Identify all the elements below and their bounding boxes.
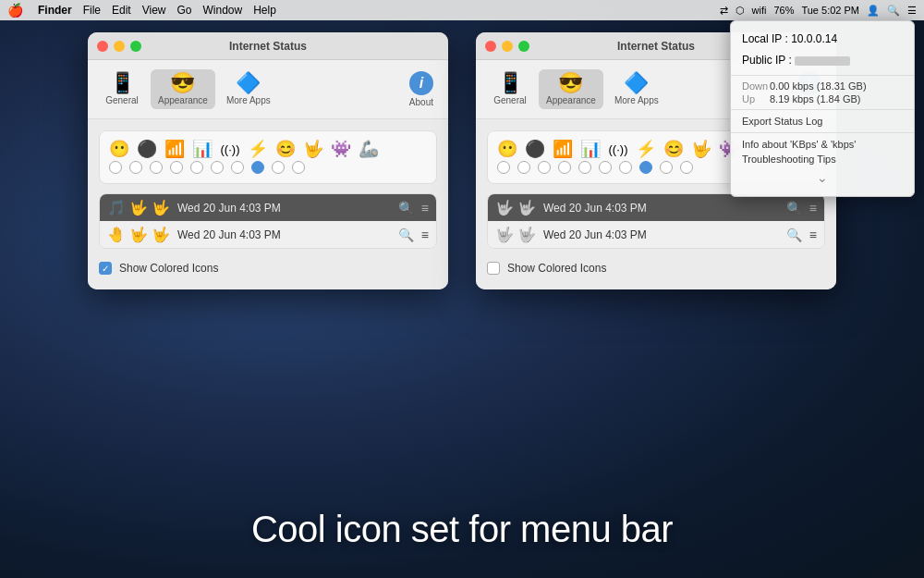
down-value: 0.00 kbps (18.31 GB) <box>770 80 867 92</box>
wifi-icon[interactable]: wifi <box>752 5 767 16</box>
radio-1-3[interactable] <box>170 161 183 174</box>
general-icon-2: 📱 <box>498 73 523 93</box>
radio-2-8[interactable] <box>660 161 673 174</box>
radio-2-3[interactable] <box>558 161 571 174</box>
sample-light-row-1: 🤚 🤟 🤟 Wed 20 Jun 4:03 PM 🔍 ≡ <box>100 221 436 248</box>
tab-appearance-1[interactable]: 😎 Appearance <box>151 69 215 109</box>
info-link[interactable]: Info about 'KBps' & 'kbps' <box>731 137 914 152</box>
minimize-button-2[interactable] <box>502 41 513 52</box>
appearance-icon-1: 😎 <box>170 73 195 93</box>
sample-icon-light-2: 🤟 <box>129 226 148 243</box>
sample-light-icons-2: 🤟 🤟 <box>495 226 536 243</box>
sample-dark-icons-2: 🤟 🤟 <box>495 199 536 216</box>
window-2-title: Internet Status <box>617 40 695 53</box>
list-action-light-1[interactable]: ≡ <box>421 228 429 242</box>
network-icon[interactable]: ⇄ <box>720 5 728 17</box>
radio-1-4[interactable] <box>190 161 203 174</box>
close-button-1[interactable] <box>97 41 108 52</box>
radio-1-9[interactable] <box>292 161 305 174</box>
maximize-button-2[interactable] <box>518 41 529 52</box>
bluetooth-icon[interactable]: ⬡ <box>736 5 745 17</box>
icon-row-1: 😶 ⚫ 📶 📊 ((·)) ⚡ 😊 🤟 👾 🦾 <box>109 141 427 157</box>
about-icon-1: i <box>409 71 433 95</box>
list-action-dark-2[interactable]: ≡ <box>809 201 817 215</box>
tab-more-apps-2[interactable]: 🔷 More Apps <box>607 69 666 109</box>
tab-more-apps-1[interactable]: 🔷 More Apps <box>219 69 278 109</box>
radio-1-0[interactable] <box>109 161 122 174</box>
window-1: Internet Status 📱 General 😎 Appearance 🔷… <box>88 32 448 289</box>
tab-appearance-2[interactable]: 😎 Appearance <box>539 69 603 109</box>
menubar-window[interactable]: Window <box>203 4 243 17</box>
minimize-button-1[interactable] <box>114 41 125 52</box>
radio-2-0[interactable] <box>497 161 510 174</box>
menubar-view[interactable]: View <box>142 4 166 17</box>
close-button-2[interactable] <box>485 41 496 52</box>
window-1-title: Internet Status <box>229 40 307 53</box>
radio-1-5[interactable] <box>211 161 224 174</box>
divider1 <box>731 75 914 76</box>
window-1-titlebar: Internet Status <box>88 32 448 60</box>
search-action-dark-1[interactable]: 🔍 <box>398 201 414 215</box>
search-icon[interactable]: 🔍 <box>887 5 900 17</box>
radio-2-7[interactable] <box>639 161 652 174</box>
colored-icons-label-1: Show Colored Icons <box>119 262 218 275</box>
tab-general-1[interactable]: 📱 General <box>97 69 147 109</box>
menubar: 🍎 Finder File Edit View Go Window Help ⇄… <box>0 0 924 20</box>
colored-icons-checkbox-2[interactable] <box>487 262 500 275</box>
general-icon-1: 📱 <box>110 73 135 93</box>
up-value: 8.19 kbps (1.84 GB) <box>770 93 860 105</box>
tab-about-1[interactable]: i About <box>404 68 439 111</box>
radio-2-4[interactable] <box>578 161 591 174</box>
icon-smile-2: 😊 <box>663 141 684 157</box>
radio-1-8[interactable] <box>272 161 285 174</box>
chevron-down-icon[interactable]: ⌄ <box>731 166 914 189</box>
search-action-light-2[interactable]: 🔍 <box>786 228 802 242</box>
radio-2-6[interactable] <box>619 161 632 174</box>
general-label-1: General <box>105 95 139 105</box>
list-action-light-2[interactable]: ≡ <box>809 228 817 242</box>
icon-wifi-1: 📶 <box>164 141 185 157</box>
icon-face-2: 😶 <box>497 141 517 157</box>
colored-icons-checkbox-1[interactable]: ✓ <box>99 262 112 275</box>
sample-icon-light-2-1: 🤟 <box>495 226 514 243</box>
maximize-button-1[interactable] <box>130 41 141 52</box>
radio-2-1[interactable] <box>517 161 530 174</box>
radio-1-2[interactable] <box>150 161 163 174</box>
sample-section-2: 🤟 🤟 Wed 20 Jun 4:03 PM 🔍 ≡ 🤟 🤟 Wed 20 Ju… <box>487 193 825 249</box>
radio-1-6[interactable] <box>231 161 244 174</box>
search-action-dark-2[interactable]: 🔍 <box>786 201 802 215</box>
radio-2-2[interactable] <box>538 161 551 174</box>
radio-1-7[interactable] <box>251 161 264 174</box>
sample-icon-dark-2: 🤟 <box>129 199 148 216</box>
sample-section-1: 🎵 🤟 🤟 Wed 20 Jun 4:03 PM 🔍 ≡ 🤚 🤟 🤟 Wed 2… <box>99 193 437 249</box>
divider2 <box>731 109 914 110</box>
list-action-dark-1[interactable]: ≡ <box>421 201 429 215</box>
more-apps-label-1: More Apps <box>226 95 271 105</box>
menubar-edit[interactable]: Edit <box>112 4 131 17</box>
export-log-link[interactable]: Export Status Log <box>731 114 914 129</box>
bottom-tagline: Cool icon set for menu bar <box>0 509 924 550</box>
radio-1-1[interactable] <box>129 161 142 174</box>
icon-wifi-2: 📶 <box>553 141 573 157</box>
about-label-1: About <box>409 97 433 107</box>
sample-dark-date-2: Wed 20 Jun 4:03 PM <box>543 202 779 215</box>
troubleshoot-link[interactable]: Troubleshooting Tips <box>731 152 914 166</box>
sample-dark-row-2: 🤟 🤟 Wed 20 Jun 4:03 PM 🔍 ≡ <box>488 194 824 221</box>
menubar-file[interactable]: File <box>83 4 101 17</box>
search-action-light-1[interactable]: 🔍 <box>398 228 414 242</box>
menu-icon[interactable]: ☰ <box>907 5 917 17</box>
menubar-finder[interactable]: Finder <box>38 4 72 17</box>
radio-2-5[interactable] <box>599 161 612 174</box>
sample-icon-light-3: 🤟 <box>152 226 170 243</box>
radio-2-9[interactable] <box>680 161 693 174</box>
icon-vader-1: 👾 <box>331 141 351 157</box>
public-ip-label: Public IP : <box>742 54 792 67</box>
sample-icon-dark-3: 🤟 <box>152 199 170 216</box>
tab-general-2[interactable]: 📱 General <box>485 69 535 109</box>
menubar-help[interactable]: Help <box>253 4 276 17</box>
apple-menu[interactable]: 🍎 <box>7 3 23 18</box>
menubar-right: ⇄ ⬡ wifi 76% Tue 5:02 PM 👤 🔍 ☰ <box>720 5 918 17</box>
menubar-go[interactable]: Go <box>177 4 192 17</box>
user-icon[interactable]: 👤 <box>867 5 880 17</box>
sample-icon-dark-2-1: 🤟 <box>495 199 514 216</box>
